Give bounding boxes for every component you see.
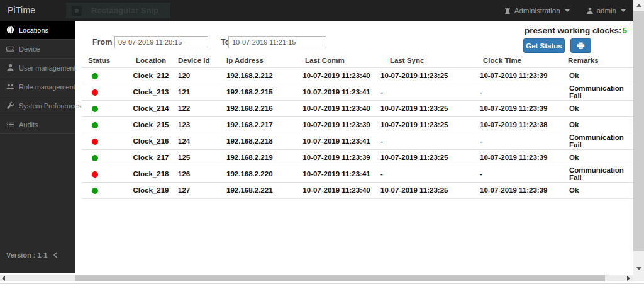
sidebar-item-locations[interactable]: Locations — [0, 21, 75, 40]
column-header-location: Location — [129, 54, 173, 67]
status-ok-dot — [92, 122, 98, 128]
sidebar-nav: LocationsDeviceUser managementRole manag… — [0, 21, 75, 134]
print-button[interactable] — [570, 38, 591, 53]
last-sync-cell: 10-07-2019 11:23:25 — [377, 182, 472, 198]
last-sync-cell: - — [377, 84, 472, 100]
status-ok-dot — [92, 73, 98, 79]
version-label-wrap: Version : 1-1 — [6, 251, 58, 259]
clock-time-cell: 10-07-2019 11:23:39 — [472, 182, 560, 198]
status-cell — [82, 149, 129, 166]
column-header-status: Status — [82, 54, 129, 67]
person-icon — [586, 7, 594, 14]
from-datetime-input[interactable] — [114, 36, 208, 48]
ip-cell: 192.168.2.220 — [220, 166, 296, 182]
ip-cell: 192.168.2.219 — [220, 149, 296, 166]
caret-down-icon — [565, 9, 570, 12]
clock-time-cell: 10-07-2019 11:23:39 — [472, 67, 560, 84]
ip-cell: 192.168.2.218 — [220, 133, 296, 149]
last-comm-cell: 10-07-2019 11:23:39 — [296, 149, 377, 166]
last-comm-cell: 10-07-2019 11:23:41 — [296, 133, 377, 149]
status-fail-dot — [92, 89, 98, 96]
clock-status-table-wrap: StatusLocationDevice IdIp AddressLast Co… — [82, 54, 633, 199]
working-clocks-summary: present working clocks:5 — [525, 26, 627, 35]
clock-status-table: StatusLocationDevice IdIp AddressLast Co… — [82, 54, 633, 199]
sidebar-item-label: Device — [19, 45, 40, 53]
ip-cell: 192.168.2.216 — [220, 100, 296, 116]
rook-icon — [504, 7, 511, 14]
scroll-right-arrow-icon[interactable] — [627, 276, 630, 281]
device-id-cell: 122 — [173, 100, 220, 116]
table-row: Clock_219127192.168.2.22110-07-2019 11:2… — [82, 182, 633, 198]
sidebar: LocationsDeviceUser managementRole manag… — [0, 21, 75, 273]
sidebar-item-label: System Preferences — [19, 102, 81, 110]
snip-tool-ghost: Rectangular Snip — [66, 3, 170, 18]
scroll-left-arrow-icon[interactable] — [2, 276, 5, 281]
last-sync-cell: 10-07-2019 11:23:25 — [377, 149, 472, 166]
device-id-cell: 123 — [173, 116, 220, 133]
ip-cell: 192.168.2.217 — [220, 116, 296, 133]
location-cell: Clock_219 — [129, 182, 173, 198]
snip-tool-icon — [72, 6, 82, 16]
get-status-button[interactable]: Get Status — [523, 38, 565, 53]
scroll-up-arrow-icon[interactable] — [636, 4, 641, 7]
roles-icon — [6, 82, 14, 91]
column-header-remarks: Remarks — [560, 54, 633, 67]
location-icon — [6, 26, 14, 34]
remarks-cell: Ok — [560, 182, 633, 198]
list-icon — [6, 120, 14, 128]
clock-time-cell: 10-07-2019 11:23:38 — [472, 116, 560, 133]
last-comm-cell: 10-07-2019 11:23:41 — [296, 84, 377, 100]
sidebar-item-user-management[interactable]: User management — [0, 59, 75, 77]
scroll-down-arrow-icon[interactable] — [636, 267, 641, 270]
sidebar-item-role-management[interactable]: Role management — [0, 77, 75, 96]
location-cell: Clock_216 — [129, 133, 173, 149]
column-header-ip-address: Ip Address — [220, 54, 296, 67]
device-id-cell: 124 — [173, 133, 220, 149]
horizontal-scrollbar-thumb[interactable] — [75, 275, 605, 281]
top-navbar: PiTime Rectangular Snip Administrationad… — [0, 0, 633, 21]
sidebar-item-label: Audits — [19, 121, 38, 128]
horizontal-scrollbar[interactable] — [0, 275, 633, 281]
table-row: Clock_216124192.168.2.21810-07-2019 11:2… — [82, 133, 633, 149]
to-datetime-input[interactable] — [228, 36, 326, 48]
status-cell — [82, 182, 129, 198]
status-cell — [82, 84, 129, 100]
sidebar-item-label: Locations — [19, 26, 48, 34]
status-ok-dot — [92, 188, 98, 194]
topbar-menu-label: Administration — [514, 7, 560, 14]
topbar-menu-admin[interactable]: admin — [586, 7, 626, 14]
column-header-clock-time: Clock Time — [472, 54, 560, 67]
last-sync-cell: 10-07-2019 11:23:25 — [377, 67, 472, 84]
topbar-menus: Administrationadmin — [504, 0, 626, 21]
remarks-cell: Communication Fail — [560, 166, 633, 182]
location-cell: Clock_218 — [129, 166, 173, 182]
remarks-cell: Ok — [560, 67, 633, 84]
status-fail-dot — [92, 171, 98, 178]
device-icon — [6, 45, 14, 53]
status-cell — [82, 100, 129, 116]
column-header-last-sync: Last Sync — [377, 54, 472, 67]
remarks-cell: Ok — [560, 149, 633, 166]
status-ok-dot — [92, 155, 98, 161]
last-sync-cell: 10-07-2019 11:23:25 — [377, 116, 472, 133]
status-ok-dot — [92, 106, 98, 112]
snip-tool-label: Rectangular Snip — [91, 6, 158, 15]
topbar-menu-administration[interactable]: Administration — [504, 7, 570, 14]
last-sync-cell: - — [377, 166, 472, 182]
sidebar-item-audits[interactable]: Audits — [0, 115, 75, 134]
sidebar-item-system-preferences[interactable]: System Preferences — [0, 96, 75, 115]
vertical-scrollbar-thumb[interactable] — [633, 11, 644, 251]
app-brand: PiTime — [8, 5, 35, 15]
vertical-scrollbar[interactable] — [633, 0, 644, 275]
sidebar-item-device[interactable]: Device — [0, 40, 75, 59]
scrollbar-corner — [633, 275, 644, 281]
table-row: Clock_218126192.168.2.22010-07-2019 11:2… — [82, 166, 633, 182]
column-header-last-comm: Last Comm — [296, 54, 377, 67]
location-cell: Clock_212 — [129, 67, 173, 84]
status-cell — [82, 133, 129, 149]
device-id-cell: 120 — [173, 67, 220, 84]
last-comm-cell: 10-07-2019 11:23:40 — [296, 182, 377, 198]
ip-cell: 192.168.2.212 — [220, 67, 296, 84]
from-label: From — [92, 38, 112, 47]
chevron-left-icon[interactable] — [53, 252, 58, 258]
